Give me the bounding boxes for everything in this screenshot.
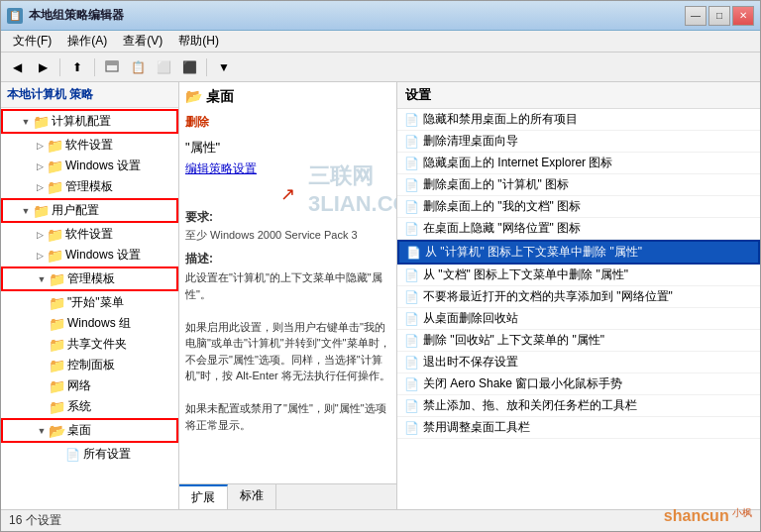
expand-admin-templates-2[interactable]: ▼ — [35, 272, 49, 286]
menu-action[interactable]: 操作(A) — [59, 31, 115, 52]
forward-button[interactable]: ▶ — [31, 56, 54, 78]
tree-item-desktop[interactable]: ▼ 📂 桌面 — [1, 418, 178, 443]
folder-icon-computer-config: 📁 — [33, 114, 49, 130]
tree-item-admin-templates-1[interactable]: ▷ 📁 管理模板 — [1, 176, 178, 197]
tree-item-all-settings[interactable]: 📄 所有设置 — [1, 444, 178, 465]
tree-label-network: 网络 — [67, 377, 91, 394]
expand-windows-settings-2[interactable]: ▷ — [33, 249, 47, 263]
status-text: 16 个设置 — [9, 512, 61, 529]
main-area: 本地计算机 策略 ▼ 📁 计算机配置 ▷ 📁 软件设置 ▷ 📁 Win — [1, 82, 760, 509]
minimize-button[interactable]: — — [685, 6, 707, 26]
show-hide-button[interactable] — [100, 56, 124, 78]
policy-item-5[interactable]: 📄 在桌面上隐藏 "网络位置" 图标 — [397, 218, 760, 240]
menu-file[interactable]: 文件(F) — [5, 31, 59, 52]
tree-item-user-config[interactable]: ▼ 📁 用户配置 — [1, 198, 178, 223]
policy-icon-4: 📄 — [403, 199, 419, 215]
policy-item-12[interactable]: 📄 关闭 Aero Shake 窗口最小化鼠标手势 — [397, 373, 760, 395]
close-button[interactable]: ✕ — [732, 6, 754, 26]
title-controls: — □ ✕ — [685, 6, 754, 26]
tree-item-windows-settings-2[interactable]: ▷ 📁 Windows 设置 — [1, 245, 178, 266]
folder-icon-network: 📁 — [49, 378, 64, 394]
expand-desktop[interactable]: ▼ — [35, 424, 49, 438]
tree-item-windows-settings-1[interactable]: ▷ 📁 Windows 设置 — [1, 156, 178, 176]
right-pane-header: 设置 — [397, 82, 760, 109]
tree-label-system: 系统 — [67, 398, 91, 415]
up-button[interactable]: ⬆ — [65, 56, 89, 78]
toolbar-btn-5[interactable]: ⬛ — [177, 56, 201, 78]
brand-watermark: shancun 小枫 — [664, 506, 752, 525]
toolbar-btn-4[interactable]: ⬜ — [152, 56, 175, 78]
maximize-button[interactable]: □ — [708, 6, 730, 26]
delete-label: 删除 — [185, 114, 209, 131]
svg-rect-1 — [106, 61, 118, 65]
tree-item-shared-folder[interactable]: 📁 共享文件夹 — [1, 334, 178, 355]
tree-item-windows-group[interactable]: 📁 Windows 组 — [1, 313, 178, 334]
policy-icon-0: 📄 — [403, 112, 419, 128]
title-bar-left: 📋 本地组策略编辑器 — [7, 7, 124, 24]
tree-item-software-settings[interactable]: ▷ 📁 软件设置 — [1, 135, 178, 156]
folder-icon-system: 📁 — [49, 399, 64, 415]
policy-item-14[interactable]: 📄 禁用调整桌面工具栏 — [397, 417, 760, 439]
tree-item-computer-config[interactable]: ▼ 📁 计算机配置 — [1, 109, 178, 134]
policy-icon-7: 📄 — [403, 267, 419, 283]
folder-icon-start-menu: 📁 — [49, 295, 64, 311]
policy-item-1[interactable]: 📄 删除清理桌面向导 — [397, 131, 760, 153]
policy-item-0[interactable]: 📄 隐藏和禁用桌面上的所有项目 — [397, 109, 760, 131]
policy-icon-12: 📄 — [403, 376, 419, 392]
policy-label-4: 删除桌面上的 "我的文档" 图标 — [423, 198, 581, 215]
tab-expand[interactable]: 扩展 — [179, 484, 228, 509]
folder-icon-admin-templates-1: 📁 — [47, 179, 62, 195]
edit-policy-text[interactable]: 编辑策略设置 — [185, 161, 257, 175]
policy-item-13[interactable]: 📄 禁止添加、拖、放和关闭任务栏的工具栏 — [397, 395, 760, 417]
tree-label-control-panel: 控制面板 — [67, 357, 115, 373]
folder-icon-windows-group: 📁 — [49, 316, 64, 332]
folder-icon-software-settings-2: 📁 — [47, 227, 62, 243]
policy-label-1: 删除清理桌面向导 — [423, 133, 518, 150]
window-title: 本地组策略编辑器 — [29, 7, 124, 24]
edit-policy-link[interactable]: 编辑策略设置 — [185, 160, 390, 177]
policy-item-10[interactable]: 📄 删除 "回收站" 上下文菜单的 "属性" — [397, 330, 760, 352]
policy-icon-13: 📄 — [403, 398, 419, 414]
tree-label-windows-settings-2: Windows 设置 — [65, 247, 141, 264]
policy-item-11[interactable]: 📄 退出时不保存设置 — [397, 352, 760, 373]
policy-item-8[interactable]: 📄 不要将最近打开的文档的共享添加到 "网络位置" — [397, 286, 760, 308]
tree-item-network[interactable]: 📁 网络 — [1, 375, 178, 396]
folder-icon-windows-settings-2: 📁 — [47, 248, 62, 264]
toolbar-separator-3 — [206, 58, 207, 76]
expand-software-settings-2[interactable]: ▷ — [33, 228, 47, 242]
policy-label-2: 隐藏桌面上的 Internet Explorer 图标 — [423, 155, 612, 171]
expand-admin-templates-1[interactable]: ▷ — [33, 180, 47, 194]
filter-button[interactable]: ▼ — [212, 56, 236, 78]
brand-text: shancun — [664, 507, 729, 524]
policy-label-13: 禁止添加、拖、放和关闭任务栏的工具栏 — [423, 397, 637, 414]
expand-windows-settings-1[interactable]: ▷ — [33, 160, 47, 173]
expand-computer-config[interactable]: ▼ — [19, 115, 33, 129]
policy-label-12: 关闭 Aero Shake 窗口最小化鼠标手势 — [423, 375, 622, 392]
tree-item-control-panel[interactable]: 📁 控制面板 — [1, 355, 178, 375]
tree-item-system[interactable]: 📁 系统 — [1, 396, 178, 417]
policy-item-9[interactable]: 📄 从桌面删除回收站 — [397, 308, 760, 330]
expand-software-settings[interactable]: ▷ — [33, 139, 47, 153]
back-button[interactable]: ◀ — [5, 56, 29, 78]
policy-item-3[interactable]: 📄 删除桌面上的 "计算机" 图标 — [397, 174, 760, 196]
expand-user-config[interactable]: ▼ — [19, 204, 33, 218]
tree-item-admin-templates-2[interactable]: ▼ 📁 管理模板 — [1, 266, 178, 291]
right-pane: 设置 📄 隐藏和禁用桌面上的所有项目 📄 删除清理桌面向导 📄 隐藏桌面上的 I… — [397, 82, 760, 509]
policy-item-6[interactable]: 📄 从 "计算机" 图标上下文菜单中删除 "属性" — [397, 240, 760, 265]
folder-icon-desktop: 📂 — [49, 423, 64, 439]
policy-label-8: 不要将最近打开的文档的共享添加到 "网络位置" — [423, 288, 673, 305]
toolbar-separator-2 — [94, 58, 95, 76]
tab-standard[interactable]: 标准 — [228, 484, 276, 509]
menu-help[interactable]: 帮助(H) — [170, 31, 227, 52]
policy-item-2[interactable]: 📄 隐藏桌面上的 Internet Explorer 图标 — [397, 153, 760, 174]
tree-item-software-settings-2[interactable]: ▷ 📁 软件设置 — [1, 224, 178, 245]
toolbar-btn-3[interactable]: 📋 — [126, 56, 150, 78]
policy-icon-1: 📄 — [403, 134, 419, 150]
tree-item-start-menu[interactable]: 📁 "开始"菜单 — [1, 292, 178, 313]
policy-item-7[interactable]: 📄 从 "文档" 图标上下文菜单中删除 "属性" — [397, 265, 760, 286]
policy-label-9: 从桌面删除回收站 — [423, 310, 518, 327]
tree-label-user-config: 用户配置 — [52, 202, 99, 219]
tree-label-admin-templates-2: 管理模板 — [67, 270, 115, 287]
menu-view[interactable]: 查看(V) — [115, 31, 170, 52]
policy-item-4[interactable]: 📄 删除桌面上的 "我的文档" 图标 — [397, 196, 760, 218]
